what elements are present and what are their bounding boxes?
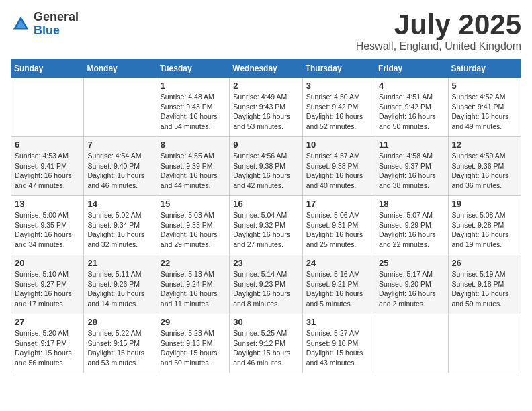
day-number: 20 (15, 258, 80, 268)
day-number: 26 (452, 258, 517, 268)
calendar-cell: 14Sunrise: 5:02 AM Sunset: 9:34 PM Dayli… (84, 196, 157, 255)
day-number: 12 (452, 140, 517, 150)
day-info: Sunrise: 4:54 AM Sunset: 9:40 PM Dayligh… (87, 151, 152, 191)
calendar-cell: 20Sunrise: 5:10 AM Sunset: 9:27 PM Dayli… (11, 255, 84, 314)
calendar-cell: 16Sunrise: 5:04 AM Sunset: 9:32 PM Dayli… (230, 196, 302, 255)
column-header-saturday: Saturday (448, 60, 521, 78)
calendar-cell: 1Sunrise: 4:48 AM Sunset: 9:43 PM Daylig… (157, 78, 229, 137)
logo: General Blue (11, 11, 79, 38)
calendar-cell: 22Sunrise: 5:13 AM Sunset: 9:24 PM Dayli… (157, 255, 229, 314)
day-info: Sunrise: 5:07 AM Sunset: 9:29 PM Dayligh… (379, 210, 444, 250)
day-number: 7 (87, 140, 152, 150)
day-number: 17 (306, 199, 371, 209)
day-info: Sunrise: 5:00 AM Sunset: 9:35 PM Dayligh… (15, 210, 80, 250)
day-number: 24 (306, 258, 371, 268)
day-info: Sunrise: 4:59 AM Sunset: 9:36 PM Dayligh… (452, 151, 517, 191)
logo-icon (11, 14, 31, 34)
calendar-cell: 24Sunrise: 5:16 AM Sunset: 9:21 PM Dayli… (302, 255, 375, 314)
title-block: July 2025 Heswall, England, United Kingd… (356, 11, 521, 52)
day-number: 13 (15, 199, 80, 209)
day-info: Sunrise: 4:56 AM Sunset: 9:38 PM Dayligh… (233, 151, 298, 191)
day-info: Sunrise: 4:50 AM Sunset: 9:42 PM Dayligh… (306, 92, 371, 132)
day-info: Sunrise: 4:55 AM Sunset: 9:39 PM Dayligh… (161, 151, 226, 191)
day-number: 30 (233, 317, 298, 327)
day-number: 3 (306, 81, 371, 91)
day-info: Sunrise: 5:06 AM Sunset: 9:31 PM Dayligh… (306, 210, 371, 250)
day-number: 29 (161, 317, 226, 327)
day-number: 15 (161, 199, 226, 209)
day-info: Sunrise: 4:58 AM Sunset: 9:37 PM Dayligh… (379, 151, 444, 191)
column-header-wednesday: Wednesday (230, 60, 302, 78)
day-info: Sunrise: 5:19 AM Sunset: 9:18 PM Dayligh… (452, 269, 517, 309)
calendar-cell: 13Sunrise: 5:00 AM Sunset: 9:35 PM Dayli… (11, 196, 84, 255)
day-number: 9 (233, 140, 298, 150)
day-number: 14 (87, 199, 152, 209)
day-info: Sunrise: 4:57 AM Sunset: 9:38 PM Dayligh… (306, 151, 371, 191)
calendar-cell (84, 78, 157, 137)
week-row-4: 20Sunrise: 5:10 AM Sunset: 9:27 PM Dayli… (11, 255, 521, 314)
calendar-table: SundayMondayTuesdayWednesdayThursdayFrid… (11, 59, 521, 373)
calendar-cell: 29Sunrise: 5:23 AM Sunset: 9:13 PM Dayli… (157, 314, 229, 373)
day-number: 31 (306, 317, 371, 327)
calendar-cell: 6Sunrise: 4:53 AM Sunset: 9:41 PM Daylig… (11, 137, 84, 196)
calendar-cell: 12Sunrise: 4:59 AM Sunset: 9:36 PM Dayli… (448, 137, 521, 196)
calendar-cell: 7Sunrise: 4:54 AM Sunset: 9:40 PM Daylig… (84, 137, 157, 196)
day-number: 18 (379, 199, 444, 209)
week-row-2: 6Sunrise: 4:53 AM Sunset: 9:41 PM Daylig… (11, 137, 521, 196)
day-number: 22 (161, 258, 226, 268)
day-info: Sunrise: 5:23 AM Sunset: 9:13 PM Dayligh… (161, 328, 226, 368)
column-header-tuesday: Tuesday (157, 60, 229, 78)
calendar-cell: 8Sunrise: 4:55 AM Sunset: 9:39 PM Daylig… (157, 137, 229, 196)
day-number: 28 (87, 317, 152, 327)
day-info: Sunrise: 5:10 AM Sunset: 9:27 PM Dayligh… (15, 269, 80, 309)
day-info: Sunrise: 5:13 AM Sunset: 9:24 PM Dayligh… (161, 269, 226, 309)
day-info: Sunrise: 4:52 AM Sunset: 9:41 PM Dayligh… (452, 92, 517, 132)
week-row-3: 13Sunrise: 5:00 AM Sunset: 9:35 PM Dayli… (11, 196, 521, 255)
calendar-cell: 17Sunrise: 5:06 AM Sunset: 9:31 PM Dayli… (302, 196, 375, 255)
column-header-friday: Friday (375, 60, 448, 78)
day-info: Sunrise: 5:04 AM Sunset: 9:32 PM Dayligh… (233, 210, 298, 250)
calendar-cell: 23Sunrise: 5:14 AM Sunset: 9:23 PM Dayli… (230, 255, 302, 314)
calendar-cell: 3Sunrise: 4:50 AM Sunset: 9:42 PM Daylig… (302, 78, 375, 137)
day-number: 21 (87, 258, 152, 268)
calendar-cell: 31Sunrise: 5:27 AM Sunset: 9:10 PM Dayli… (302, 314, 375, 373)
calendar-cell: 5Sunrise: 4:52 AM Sunset: 9:41 PM Daylig… (448, 78, 521, 137)
day-number: 2 (233, 81, 298, 91)
calendar-cell: 19Sunrise: 5:08 AM Sunset: 9:28 PM Dayli… (448, 196, 521, 255)
calendar-cell: 9Sunrise: 4:56 AM Sunset: 9:38 PM Daylig… (230, 137, 302, 196)
day-info: Sunrise: 5:27 AM Sunset: 9:10 PM Dayligh… (306, 328, 371, 368)
day-number: 8 (161, 140, 226, 150)
day-number: 16 (233, 199, 298, 209)
day-info: Sunrise: 5:14 AM Sunset: 9:23 PM Dayligh… (233, 269, 298, 309)
column-header-monday: Monday (84, 60, 157, 78)
calendar-cell: 30Sunrise: 5:25 AM Sunset: 9:12 PM Dayli… (230, 314, 302, 373)
page-header: General Blue July 2025 Heswall, England,… (11, 11, 521, 52)
day-number: 11 (379, 140, 444, 150)
month-title: July 2025 (356, 11, 521, 39)
day-number: 23 (233, 258, 298, 268)
calendar-cell: 28Sunrise: 5:22 AM Sunset: 9:15 PM Dayli… (84, 314, 157, 373)
day-number: 10 (306, 140, 371, 150)
calendar-cell: 15Sunrise: 5:03 AM Sunset: 9:33 PM Dayli… (157, 196, 229, 255)
day-info: Sunrise: 5:25 AM Sunset: 9:12 PM Dayligh… (233, 328, 298, 368)
logo-blue-text: Blue (34, 24, 79, 38)
day-info: Sunrise: 5:11 AM Sunset: 9:26 PM Dayligh… (87, 269, 152, 309)
column-header-sunday: Sunday (11, 60, 84, 78)
day-info: Sunrise: 4:53 AM Sunset: 9:41 PM Dayligh… (15, 151, 80, 191)
calendar-cell: 26Sunrise: 5:19 AM Sunset: 9:18 PM Dayli… (448, 255, 521, 314)
location-text: Heswall, England, United Kingdom (356, 40, 521, 52)
calendar-cell (11, 78, 84, 137)
logo-general-text: General (34, 11, 79, 24)
day-info: Sunrise: 5:16 AM Sunset: 9:21 PM Dayligh… (306, 269, 371, 309)
day-info: Sunrise: 4:49 AM Sunset: 9:43 PM Dayligh… (233, 92, 298, 132)
days-header-row: SundayMondayTuesdayWednesdayThursdayFrid… (11, 60, 521, 78)
calendar-cell: 18Sunrise: 5:07 AM Sunset: 9:29 PM Dayli… (375, 196, 448, 255)
calendar-cell: 11Sunrise: 4:58 AM Sunset: 9:37 PM Dayli… (375, 137, 448, 196)
day-number: 6 (15, 140, 80, 150)
day-info: Sunrise: 5:22 AM Sunset: 9:15 PM Dayligh… (87, 328, 152, 368)
day-number: 19 (452, 199, 517, 209)
calendar-cell: 4Sunrise: 4:51 AM Sunset: 9:42 PM Daylig… (375, 78, 448, 137)
day-info: Sunrise: 4:51 AM Sunset: 9:42 PM Dayligh… (379, 92, 444, 132)
day-number: 5 (452, 81, 517, 91)
calendar-cell (448, 314, 521, 373)
